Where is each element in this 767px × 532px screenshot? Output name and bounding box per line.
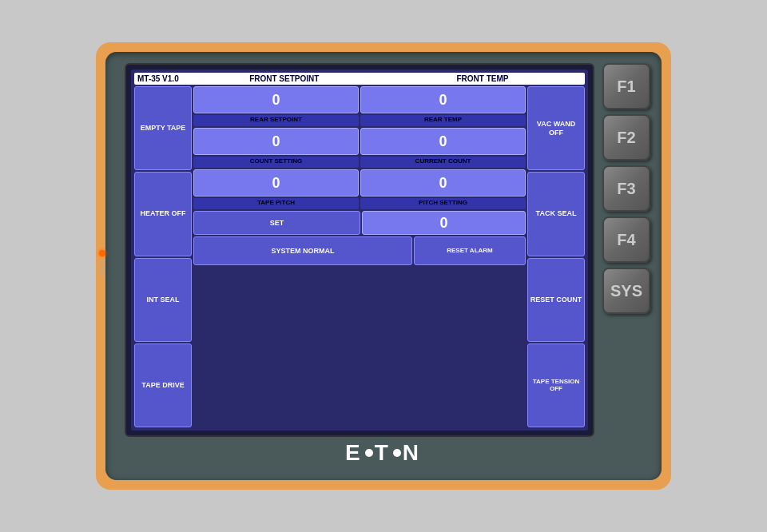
rear-temp-label: REAR TEMP [360,115,526,126]
row2-values: 0 0 [193,128,526,155]
reset-alarm-button[interactable]: RESET ALARM [414,236,526,265]
tape-tension-off-button[interactable]: TAPE TENSION OFF [527,343,585,427]
pitch-setting-value[interactable]: 0 [362,211,526,235]
row5-values: SYSTEM NORMAL RESET ALARM [193,236,526,265]
device-body: POWER MT-35 V1.0 FRONT SETPOINT FRONT TE… [105,52,662,480]
front-temp-header: FRONT TEMP [384,74,582,83]
f2-button[interactable]: F2 [602,114,650,161]
right-column: VAC WAND OFF TACK SEAL RESET COUNT TAPE … [527,86,585,427]
row2-headers: REAR SETPOINT REAR TEMP [193,115,526,126]
row1-values: 0 0 [193,86,526,113]
power-dot [99,250,105,256]
outer-frame: POWER MT-35 V1.0 FRONT SETPOINT FRONT TE… [96,42,671,490]
sys-button[interactable]: SYS [602,268,650,314]
f3-button[interactable]: F3 [602,165,650,212]
power-label: POWER [100,258,105,276]
count-setting-label: COUNT SETTING [193,157,359,168]
center-column: 0 0 REAR SETPOINT REAR TEMP 0 [193,86,526,427]
current-count-label: CURRENT COUNT [360,157,526,168]
brand-logo: ETN [345,440,422,465]
int-seal-button[interactable]: INT SEAL [134,258,192,342]
top-row: POWER MT-35 V1.0 FRONT SETPOINT FRONT TE… [117,63,650,437]
side-buttons: F1 F2 F3 F4 SYS [602,63,650,437]
brand-bar: ETN [117,440,650,466]
rear-setpoint-label: REAR SETPOINT [193,115,359,126]
main-content: EMPTY TAPE HEATER OFF INT SEAL TAPE DRIV… [134,86,585,427]
row4-headers: TAPE PITCH PITCH SETTING [193,198,526,209]
f1-button[interactable]: F1 [602,63,650,109]
rear-temp-value[interactable]: 0 [360,128,526,155]
tape-drive-button[interactable]: TAPE DRIVE [134,343,192,427]
row4-values: SET 0 [193,211,526,235]
version-label: MT-35 V1.0 [137,74,179,83]
count-setting-value[interactable]: 0 [193,169,359,197]
tack-seal-button[interactable]: TACK SEAL [527,172,585,256]
front-temp-value[interactable]: 0 [360,86,526,113]
system-normal-button[interactable]: SYSTEM NORMAL [193,236,412,265]
power-indicator: POWER [99,250,105,276]
title-bar: MT-35 V1.0 FRONT SETPOINT FRONT TEMP [134,73,585,85]
set-button[interactable]: SET [193,211,360,235]
row3-values: 0 0 [193,169,526,197]
reset-count-button[interactable]: RESET COUNT [527,258,585,342]
tape-pitch-label: TAPE PITCH [193,198,359,209]
row3-headers: COUNT SETTING CURRENT COUNT [193,157,526,168]
heater-off-button[interactable]: HEATER OFF [134,172,192,256]
screen-area: MT-35 V1.0 FRONT SETPOINT FRONT TEMP EMP… [125,63,594,437]
front-setpoint-header: FRONT SETPOINT [185,74,384,83]
rear-setpoint-value[interactable]: 0 [193,128,359,155]
f4-button[interactable]: F4 [602,216,650,263]
screen-ui: MT-35 V1.0 FRONT SETPOINT FRONT TEMP EMP… [131,69,588,431]
current-count-value[interactable]: 0 [360,169,526,197]
pitch-setting-label: PITCH SETTING [360,198,526,209]
empty-tape-button[interactable]: EMPTY TAPE [134,86,192,170]
vac-wand-off-button[interactable]: VAC WAND OFF [527,86,585,170]
front-setpoint-value[interactable]: 0 [193,86,359,113]
left-column: EMPTY TAPE HEATER OFF INT SEAL TAPE DRIV… [134,86,192,427]
